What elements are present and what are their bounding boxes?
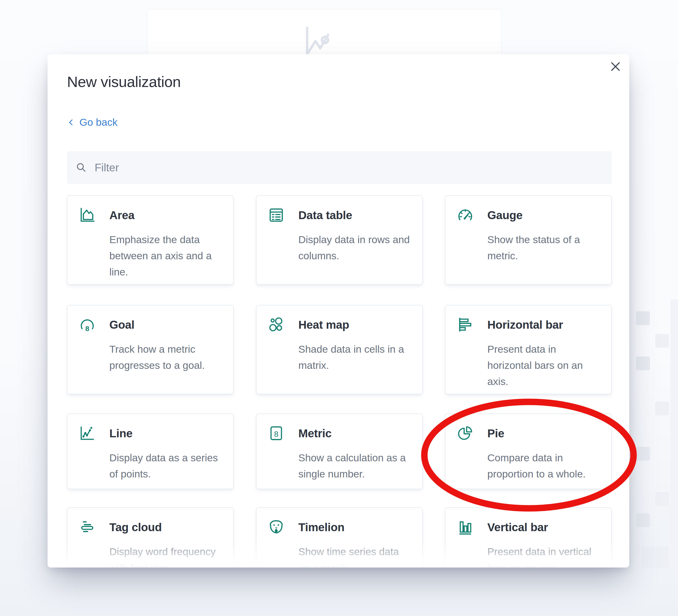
modal-title: New visualization xyxy=(67,73,181,90)
viz-card-description: Compare data in proportion to a whole. xyxy=(487,450,602,482)
filter-search-box xyxy=(67,151,612,184)
horizontal-bar-icon xyxy=(456,316,474,334)
goal-icon: 8 xyxy=(78,316,96,334)
search-icon xyxy=(75,161,87,174)
viz-card-vertical-bar[interactable]: Vertical barPresent data in vertical bar… xyxy=(445,507,612,568)
close-icon xyxy=(609,60,622,73)
viz-card-area[interactable]: AreaEmphasize the data between an axis a… xyxy=(67,195,234,285)
viz-card-description: Emphasize the data between an axis and a… xyxy=(109,231,224,280)
line-chart-icon xyxy=(78,424,96,442)
background-decoration xyxy=(670,300,678,575)
close-button[interactable] xyxy=(609,60,622,73)
viz-card-pie[interactable]: PieCompare data in proportion to a whole… xyxy=(445,414,612,489)
viz-card-description: Track how a metric progresses to a goal. xyxy=(109,341,224,373)
viz-card-goal[interactable]: 8GoalTrack how a metric progresses to a … xyxy=(67,305,234,394)
viz-card-timelion[interactable]: TimelionShow time series data on a graph… xyxy=(256,507,423,568)
viz-card-metric[interactable]: 8MetricShow a calculation as a single nu… xyxy=(256,414,423,489)
background-decoration xyxy=(642,547,669,568)
vertical-bar-icon xyxy=(456,518,474,536)
viz-card-description: Show time series data on a graph. xyxy=(298,543,413,568)
background-decoration xyxy=(655,492,669,506)
data-table-icon xyxy=(267,206,285,224)
viz-card-title: Vertical bar xyxy=(487,521,548,534)
viz-card-gauge[interactable]: GaugeShow the status of a metric. xyxy=(445,195,612,285)
viz-card-description: Present data in horizontal bars on an ax… xyxy=(487,341,602,389)
viz-card-title: Metric xyxy=(298,427,332,440)
viz-card-description: Shade data in cells in a matrix. xyxy=(298,341,413,373)
new-visualization-modal: New visualization Go back AreaEmphasize … xyxy=(47,54,629,568)
timelion-icon xyxy=(267,518,285,536)
viz-card-description: Present data in vertical bars on an axis… xyxy=(487,543,602,568)
viz-card-heat-map[interactable]: Heat mapShade data in cells in a matrix. xyxy=(256,305,423,394)
svg-text:8: 8 xyxy=(274,430,278,438)
chevron-left-icon xyxy=(67,118,75,126)
viz-card-title: Pie xyxy=(487,427,504,440)
filter-input[interactable] xyxy=(94,161,612,174)
viz-card-title: Line xyxy=(109,427,133,440)
viz-card-description: Show the status of a metric. xyxy=(487,231,602,264)
area-chart-icon xyxy=(78,206,96,224)
go-back-link[interactable]: Go back xyxy=(67,116,117,128)
background-decoration xyxy=(636,356,650,370)
go-back-label: Go back xyxy=(79,116,117,128)
viz-card-title: Data table xyxy=(298,209,352,222)
pie-chart-icon xyxy=(456,424,474,442)
viz-card-title: Tag cloud xyxy=(109,521,162,534)
viz-card-description: Show a calculation as a single number. xyxy=(298,450,413,482)
viz-card-title: Goal xyxy=(109,318,135,331)
background-decoration xyxy=(655,401,669,415)
viz-card-tag-cloud[interactable]: Tag cloudDisplay word frequency with fon… xyxy=(67,507,234,568)
background-decoration xyxy=(636,513,650,527)
viz-card-description: Display data as a series of points. xyxy=(109,450,224,482)
background-decoration xyxy=(636,447,650,461)
metric-icon: 8 xyxy=(267,424,285,442)
viz-card-title: Area xyxy=(109,209,135,222)
viz-card-title: Timelion xyxy=(298,521,344,534)
viz-card-data-table[interactable]: Data tableDisplay data in rows and colum… xyxy=(256,195,423,285)
viz-card-title: Horizontal bar xyxy=(487,318,563,331)
viz-card-horizontal-bar[interactable]: Horizontal barPresent data in horizontal… xyxy=(445,305,612,394)
gauge-icon xyxy=(456,206,474,224)
svg-text:8: 8 xyxy=(85,324,89,333)
viz-card-description: Display data in rows and columns. xyxy=(298,231,413,264)
tag-cloud-icon xyxy=(78,518,96,536)
background-decoration xyxy=(636,311,650,325)
new-visualization-screen: New visualization Go back AreaEmphasize … xyxy=(0,0,678,616)
viz-card-line[interactable]: LineDisplay data as a series of points. xyxy=(67,414,234,489)
viz-card-title: Gauge xyxy=(487,209,523,222)
background-decoration xyxy=(655,334,669,348)
viz-card-title: Heat map xyxy=(298,318,349,331)
heat-map-icon xyxy=(267,316,285,334)
viz-card-description: Display word frequency with font size. xyxy=(109,543,224,568)
